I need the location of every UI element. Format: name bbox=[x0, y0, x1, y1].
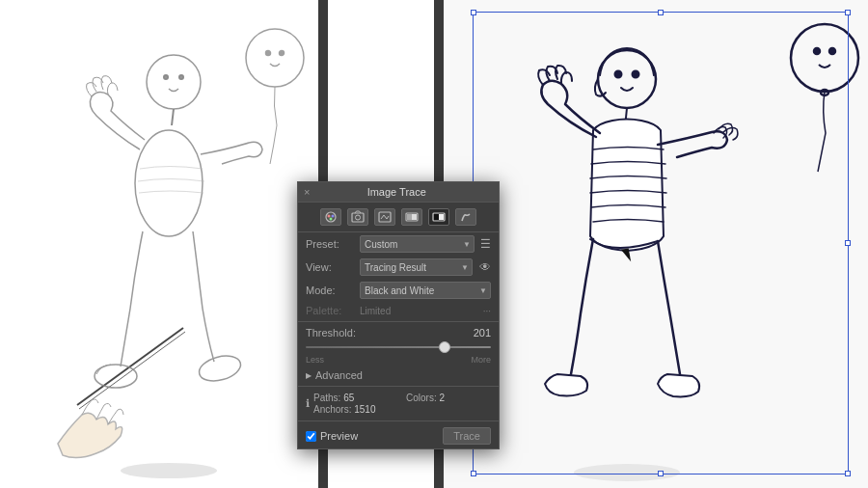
divider-3 bbox=[298, 420, 499, 421]
auto-color-preset-btn[interactable] bbox=[320, 208, 341, 226]
threshold-slider-container bbox=[306, 340, 491, 354]
svg-point-12 bbox=[121, 463, 217, 478]
svg-line-5 bbox=[172, 109, 174, 125]
preset-select[interactable]: Custom bbox=[360, 235, 475, 253]
threshold-section: Threshold: 201 Less More bbox=[298, 324, 499, 366]
advanced-row[interactable]: ▶ Advanced bbox=[298, 366, 499, 384]
svg-point-24 bbox=[332, 215, 335, 218]
svg-point-6 bbox=[135, 130, 203, 236]
mode-select-wrapper: Black and White ▼ bbox=[360, 282, 491, 299]
view-select-wrapper: Tracing Result ▼ bbox=[360, 258, 473, 276]
view-eye-icon[interactable]: 👁 bbox=[479, 260, 491, 274]
canvas-area: × Image Trace bbox=[0, 0, 868, 488]
preset-label: Preset: bbox=[306, 238, 356, 250]
svg-point-17 bbox=[791, 24, 858, 92]
svg-rect-34 bbox=[439, 214, 444, 220]
svg-rect-31 bbox=[412, 214, 417, 220]
svg-line-0 bbox=[77, 328, 183, 405]
black-white-logo-btn[interactable] bbox=[428, 208, 449, 226]
svg-point-9 bbox=[246, 29, 304, 87]
threshold-slider-thumb[interactable] bbox=[439, 341, 450, 353]
panel-titlebar: × Image Trace bbox=[298, 182, 499, 203]
palette-row: Palette: Limited ··· bbox=[298, 302, 499, 319]
threshold-min-label: Less bbox=[306, 355, 324, 365]
colors-stat: Colors: 2 bbox=[406, 393, 491, 403]
left-sketch-illustration bbox=[0, 0, 318, 488]
preset-row: Preset: Custom ▼ ☰ bbox=[298, 232, 499, 256]
svg-point-4 bbox=[179, 75, 183, 79]
stats-grid: Paths: 65 Colors: 2 Anchors: 1510 bbox=[313, 393, 491, 415]
paths-value: 65 bbox=[343, 393, 354, 403]
preset-menu-icon[interactable]: ☰ bbox=[480, 237, 491, 251]
mode-label: Mode: bbox=[306, 285, 356, 296]
stats-section: ℹ Paths: 65 Colors: 2 Anchors: 1510 bbox=[298, 389, 499, 419]
svg-rect-26 bbox=[352, 213, 364, 222]
palette-label: Palette: bbox=[306, 305, 356, 316]
panel-close-button[interactable]: × bbox=[304, 186, 310, 198]
svg-point-15 bbox=[633, 71, 638, 77]
divider-2 bbox=[298, 386, 499, 387]
svg-point-14 bbox=[615, 71, 621, 77]
threshold-slider-track bbox=[306, 346, 491, 348]
svg-point-11 bbox=[280, 51, 285, 56]
palette-dots: ··· bbox=[483, 306, 491, 316]
svg-point-21 bbox=[574, 464, 680, 481]
anchors-value: 1510 bbox=[354, 404, 375, 415]
mode-select[interactable]: Black and White bbox=[360, 282, 491, 299]
advanced-label: Advanced bbox=[315, 369, 363, 381]
svg-line-1 bbox=[79, 332, 185, 409]
divider-1 bbox=[298, 321, 499, 322]
svg-point-23 bbox=[328, 215, 331, 218]
preview-label: Preview bbox=[320, 430, 358, 442]
panel-title: Image Trace bbox=[367, 186, 426, 198]
view-label: View: bbox=[306, 261, 356, 273]
view-row: View: Tracing Result ▼ 👁 bbox=[298, 256, 499, 279]
paths-stat: Paths: 65 bbox=[313, 393, 398, 403]
colors-value: 2 bbox=[439, 393, 445, 403]
panel-footer: Preview Trace bbox=[298, 423, 499, 448]
threshold-value: 201 bbox=[474, 327, 491, 339]
svg-point-3 bbox=[164, 75, 168, 79]
trace-button[interactable]: Trace bbox=[443, 427, 491, 445]
svg-point-25 bbox=[330, 218, 333, 221]
preset-select-wrapper: Custom ▼ bbox=[360, 235, 475, 253]
svg-point-18 bbox=[814, 48, 820, 54]
right-traced-illustration bbox=[444, 0, 868, 488]
threshold-slider-labels: Less More bbox=[306, 355, 491, 365]
mode-row: Mode: Black and White ▼ bbox=[298, 279, 499, 302]
svg-point-19 bbox=[829, 48, 835, 54]
threshold-max-label: More bbox=[471, 355, 491, 365]
svg-point-27 bbox=[356, 215, 361, 220]
svg-rect-30 bbox=[407, 214, 412, 220]
grayscale-btn[interactable] bbox=[401, 208, 422, 226]
image-trace-panel: × Image Trace bbox=[297, 181, 500, 449]
svg-point-8 bbox=[197, 352, 244, 386]
view-select[interactable]: Tracing Result bbox=[360, 258, 473, 276]
svg-rect-33 bbox=[434, 214, 439, 220]
advanced-chevron-icon: ▶ bbox=[306, 371, 312, 380]
low-color-logo-btn[interactable] bbox=[374, 208, 395, 226]
palette-value: Limited bbox=[360, 306, 391, 316]
panel-icons-row bbox=[298, 203, 499, 232]
svg-point-2 bbox=[147, 55, 201, 109]
preview-checkbox-wrapper: Preview bbox=[306, 430, 358, 442]
svg-point-10 bbox=[266, 51, 271, 56]
outline-btn[interactable] bbox=[455, 208, 476, 226]
threshold-label: Threshold: bbox=[306, 327, 364, 339]
info-icon[interactable]: ℹ bbox=[306, 397, 310, 410]
high-fidelity-photo-btn[interactable] bbox=[347, 208, 368, 226]
anchors-stat: Anchors: 1510 bbox=[313, 404, 398, 415]
preview-checkbox[interactable] bbox=[306, 431, 316, 442]
